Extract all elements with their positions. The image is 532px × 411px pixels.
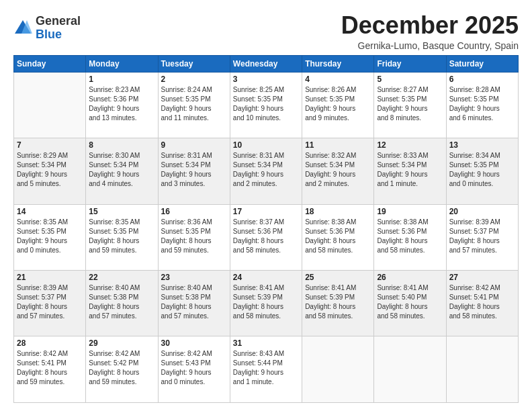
day-number: 27 xyxy=(449,273,515,282)
calendar-cell: 31Sunrise: 8:43 AM Sunset: 5:44 PM Dayli… xyxy=(230,336,302,403)
day-info: Sunrise: 8:38 AM Sunset: 5:36 PM Dayligh… xyxy=(305,218,371,255)
day-number: 9 xyxy=(161,140,227,150)
title-block: December 2025 Gernika-Lumo, Basque Count… xyxy=(341,12,519,51)
day-number: 20 xyxy=(449,207,515,216)
day-info: Sunrise: 8:42 AM Sunset: 5:42 PM Dayligh… xyxy=(89,349,154,387)
day-number: 13 xyxy=(449,140,515,150)
day-info: Sunrise: 8:35 AM Sunset: 5:35 PM Dayligh… xyxy=(89,218,154,255)
day-number: 12 xyxy=(377,140,443,150)
header: General Blue December 2025 Gernika-Lumo,… xyxy=(13,12,519,51)
month-title: December 2025 xyxy=(341,12,519,39)
calendar-cell: 11Sunrise: 8:32 AM Sunset: 5:34 PM Dayli… xyxy=(302,138,374,204)
day-info: Sunrise: 8:42 AM Sunset: 5:43 PM Dayligh… xyxy=(161,349,227,387)
day-number: 28 xyxy=(17,338,83,348)
day-info: Sunrise: 8:39 AM Sunset: 5:37 PM Dayligh… xyxy=(17,283,83,321)
logo-blue: Blue xyxy=(36,28,81,42)
calendar-cell: 5Sunrise: 8:27 AM Sunset: 5:35 PM Daylig… xyxy=(374,72,446,138)
logo-icon xyxy=(13,19,32,38)
calendar-cell: 26Sunrise: 8:41 AM Sunset: 5:40 PM Dayli… xyxy=(374,271,446,336)
calendar-cell: 15Sunrise: 8:35 AM Sunset: 5:35 PM Dayli… xyxy=(86,204,158,270)
calendar-week-row: 21Sunrise: 8:39 AM Sunset: 5:37 PM Dayli… xyxy=(14,271,519,336)
day-info: Sunrise: 8:31 AM Sunset: 5:34 PM Dayligh… xyxy=(161,151,227,189)
day-info: Sunrise: 8:40 AM Sunset: 5:38 PM Dayligh… xyxy=(161,283,227,321)
calendar-cell: 22Sunrise: 8:40 AM Sunset: 5:38 PM Dayli… xyxy=(86,271,158,336)
day-info: Sunrise: 8:43 AM Sunset: 5:44 PM Dayligh… xyxy=(233,349,299,387)
calendar-cell: 30Sunrise: 8:42 AM Sunset: 5:43 PM Dayli… xyxy=(158,336,230,403)
logo-text: General Blue xyxy=(36,15,81,42)
calendar-cell: 25Sunrise: 8:41 AM Sunset: 5:39 PM Dayli… xyxy=(302,271,374,336)
day-number: 23 xyxy=(161,273,227,282)
day-info: Sunrise: 8:32 AM Sunset: 5:34 PM Dayligh… xyxy=(305,151,371,189)
calendar-week-row: 28Sunrise: 8:42 AM Sunset: 5:41 PM Dayli… xyxy=(14,336,519,403)
logo-general: General xyxy=(36,15,81,28)
day-number: 22 xyxy=(89,273,154,282)
calendar-header-tuesday: Tuesday xyxy=(158,55,230,72)
day-number: 10 xyxy=(233,140,299,150)
day-number: 21 xyxy=(17,273,83,282)
day-info: Sunrise: 8:24 AM Sunset: 5:35 PM Dayligh… xyxy=(161,85,227,123)
calendar-cell xyxy=(14,72,86,138)
day-number: 17 xyxy=(233,207,299,216)
day-number: 26 xyxy=(377,273,443,282)
calendar-cell: 18Sunrise: 8:38 AM Sunset: 5:36 PM Dayli… xyxy=(302,204,374,270)
calendar-cell xyxy=(302,336,374,403)
day-info: Sunrise: 8:37 AM Sunset: 5:36 PM Dayligh… xyxy=(233,218,299,255)
calendar-cell xyxy=(446,336,518,403)
day-info: Sunrise: 8:27 AM Sunset: 5:35 PM Dayligh… xyxy=(377,85,443,123)
logo: General Blue xyxy=(13,15,81,42)
day-number: 14 xyxy=(17,207,83,216)
day-info: Sunrise: 8:23 AM Sunset: 5:36 PM Dayligh… xyxy=(89,85,154,123)
day-number: 3 xyxy=(233,75,299,84)
calendar-cell: 3Sunrise: 8:25 AM Sunset: 5:35 PM Daylig… xyxy=(230,72,302,138)
day-number: 2 xyxy=(161,75,227,84)
day-info: Sunrise: 8:42 AM Sunset: 5:41 PM Dayligh… xyxy=(449,283,515,321)
calendar-header-saturday: Saturday xyxy=(446,55,518,72)
calendar-cell: 17Sunrise: 8:37 AM Sunset: 5:36 PM Dayli… xyxy=(230,204,302,270)
day-info: Sunrise: 8:30 AM Sunset: 5:34 PM Dayligh… xyxy=(89,151,154,189)
calendar-cell: 19Sunrise: 8:38 AM Sunset: 5:36 PM Dayli… xyxy=(374,204,446,270)
calendar-cell: 14Sunrise: 8:35 AM Sunset: 5:35 PM Dayli… xyxy=(14,204,86,270)
calendar-week-row: 14Sunrise: 8:35 AM Sunset: 5:35 PM Dayli… xyxy=(14,204,519,270)
day-number: 16 xyxy=(161,207,227,216)
day-number: 1 xyxy=(89,75,154,84)
day-info: Sunrise: 8:36 AM Sunset: 5:35 PM Dayligh… xyxy=(161,218,227,255)
day-number: 25 xyxy=(305,273,371,282)
calendar-table: SundayMondayTuesdayWednesdayThursdayFrid… xyxy=(13,55,519,403)
day-info: Sunrise: 8:25 AM Sunset: 5:35 PM Dayligh… xyxy=(233,85,299,123)
day-info: Sunrise: 8:38 AM Sunset: 5:36 PM Dayligh… xyxy=(377,218,443,255)
day-number: 6 xyxy=(449,75,515,84)
calendar-cell: 9Sunrise: 8:31 AM Sunset: 5:34 PM Daylig… xyxy=(158,138,230,204)
day-info: Sunrise: 8:28 AM Sunset: 5:35 PM Dayligh… xyxy=(449,85,515,123)
day-info: Sunrise: 8:26 AM Sunset: 5:35 PM Dayligh… xyxy=(305,85,371,123)
calendar-header-thursday: Thursday xyxy=(302,55,374,72)
calendar-cell: 7Sunrise: 8:29 AM Sunset: 5:34 PM Daylig… xyxy=(14,138,86,204)
day-number: 18 xyxy=(305,207,371,216)
day-info: Sunrise: 8:34 AM Sunset: 5:35 PM Dayligh… xyxy=(449,151,515,189)
calendar-cell: 6Sunrise: 8:28 AM Sunset: 5:35 PM Daylig… xyxy=(446,72,518,138)
day-info: Sunrise: 8:41 AM Sunset: 5:39 PM Dayligh… xyxy=(233,283,299,321)
day-number: 5 xyxy=(377,75,443,84)
page: General Blue December 2025 Gernika-Lumo,… xyxy=(0,0,532,411)
calendar-header-friday: Friday xyxy=(374,55,446,72)
calendar-cell: 1Sunrise: 8:23 AM Sunset: 5:36 PM Daylig… xyxy=(86,72,158,138)
calendar-cell: 12Sunrise: 8:33 AM Sunset: 5:34 PM Dayli… xyxy=(374,138,446,204)
day-info: Sunrise: 8:31 AM Sunset: 5:34 PM Dayligh… xyxy=(233,151,299,189)
calendar-cell: 8Sunrise: 8:30 AM Sunset: 5:34 PM Daylig… xyxy=(86,138,158,204)
calendar-header-wednesday: Wednesday xyxy=(230,55,302,72)
calendar-cell: 28Sunrise: 8:42 AM Sunset: 5:41 PM Dayli… xyxy=(14,336,86,403)
day-info: Sunrise: 8:40 AM Sunset: 5:38 PM Dayligh… xyxy=(89,283,154,321)
day-info: Sunrise: 8:41 AM Sunset: 5:40 PM Dayligh… xyxy=(377,283,443,321)
calendar-cell: 10Sunrise: 8:31 AM Sunset: 5:34 PM Dayli… xyxy=(230,138,302,204)
day-number: 31 xyxy=(233,338,299,348)
calendar-cell: 24Sunrise: 8:41 AM Sunset: 5:39 PM Dayli… xyxy=(230,271,302,336)
calendar-cell: 16Sunrise: 8:36 AM Sunset: 5:35 PM Dayli… xyxy=(158,204,230,270)
location: Gernika-Lumo, Basque Country, Spain xyxy=(341,40,519,51)
day-info: Sunrise: 8:29 AM Sunset: 5:34 PM Dayligh… xyxy=(17,151,83,189)
calendar-cell: 13Sunrise: 8:34 AM Sunset: 5:35 PM Dayli… xyxy=(446,138,518,204)
day-info: Sunrise: 8:33 AM Sunset: 5:34 PM Dayligh… xyxy=(377,151,443,189)
day-number: 15 xyxy=(89,207,154,216)
calendar-cell: 20Sunrise: 8:39 AM Sunset: 5:37 PM Dayli… xyxy=(446,204,518,270)
calendar-header-row: SundayMondayTuesdayWednesdayThursdayFrid… xyxy=(14,55,519,72)
calendar-cell: 27Sunrise: 8:42 AM Sunset: 5:41 PM Dayli… xyxy=(446,271,518,336)
day-number: 19 xyxy=(377,207,443,216)
